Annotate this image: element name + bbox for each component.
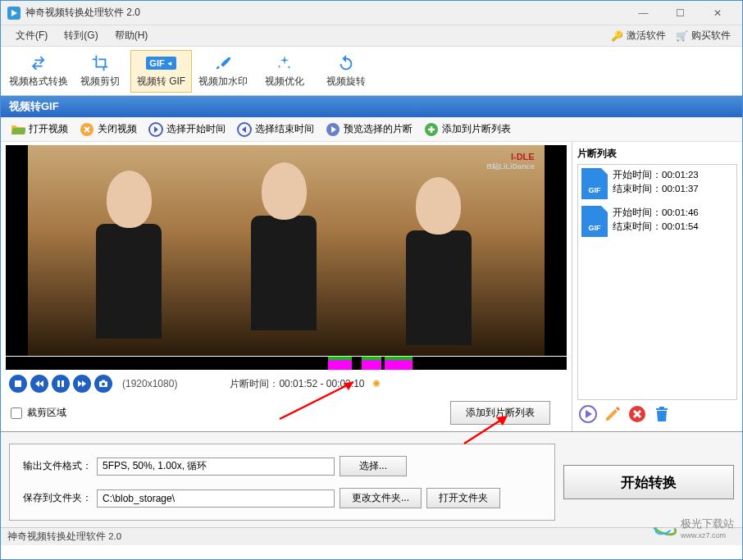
clip-item[interactable]: 开始时间：00:01:46 结束时间：00:01:54	[578, 203, 736, 240]
clip-info: 开始时间：00:01:23 结束时间：00:01:37	[613, 168, 699, 199]
convert-icon	[30, 53, 48, 73]
buy-link[interactable]: 🛒 购买软件	[671, 29, 736, 43]
brand-logo-icon	[651, 521, 677, 535]
clip-time: 片断时间：00:01:52 - 00:02:10 ✺	[230, 377, 380, 391]
action-label: 选择结束时间	[255, 122, 314, 136]
crop-icon	[91, 53, 109, 73]
menu-goto[interactable]: 转到(G)	[56, 26, 106, 45]
clip-list-title: 片断列表	[577, 145, 737, 164]
tool-label: 视频加水印	[198, 75, 248, 89]
gif-file-icon	[581, 168, 608, 199]
video-preview[interactable]: I-DLE B站LiLiDance	[6, 145, 567, 356]
key-icon: 🔑	[611, 30, 623, 42]
tool-cut[interactable]: 视频剪切	[69, 50, 130, 93]
action-label: 选择开始时间	[166, 122, 226, 136]
main-toolbar: 视频格式转换 视频剪切 GIF 视频转 GIF 视频加水印 视频优化 视频旋转	[1, 47, 742, 96]
action-open-video[interactable]: 打开视频	[6, 121, 73, 139]
forward-button[interactable]	[73, 375, 91, 393]
menu-help[interactable]: 帮助(H)	[107, 26, 157, 45]
resolution-label: (1920x1080)	[122, 378, 177, 389]
timeline[interactable]	[6, 357, 567, 370]
close-button[interactable]: ✕	[699, 2, 736, 25]
tool-watermark[interactable]: 视频加水印	[192, 50, 253, 93]
gear-icon[interactable]: ✺	[372, 378, 381, 389]
action-select-end[interactable]: 选择结束时间	[232, 121, 319, 139]
brand-name: 极光下载站	[681, 517, 734, 531]
action-add-clip[interactable]: 添加到片断列表	[419, 121, 516, 139]
tool-optimize[interactable]: 视频优化	[253, 50, 315, 93]
pause-button[interactable]	[52, 375, 70, 393]
tool-format-convert[interactable]: 视频格式转换	[7, 50, 69, 93]
format-input[interactable]	[97, 458, 335, 476]
minimize-button[interactable]: —	[625, 2, 662, 25]
tool-rotate[interactable]: 视频旋转	[315, 50, 376, 93]
window-controls: — ☐ ✕	[625, 2, 736, 25]
format-label: 输出文件格式：	[18, 459, 92, 473]
select-format-button[interactable]: 选择...	[340, 456, 407, 476]
action-bar: 打开视频 关闭视频 选择开始时间 选择结束时间 预览选择的片断 添加到片断列表	[1, 117, 742, 142]
cart-icon: 🛒	[676, 30, 688, 42]
activate-label: 激活软件	[627, 29, 666, 43]
main-area: I-DLE B站LiLiDance (1920x1080) 片断时间：00:01…	[1, 142, 742, 431]
crop-row: 裁剪区域 添加到片断列表	[6, 398, 567, 428]
convert-box: 开始转换	[563, 444, 734, 521]
sparkle-icon	[276, 53, 294, 73]
gif-file-icon	[581, 206, 608, 237]
action-label: 预览选择的片断	[344, 122, 413, 136]
svg-rect-6	[15, 380, 21, 387]
clip-list[interactable]: 开始时间：00:01:23 结束时间：00:01:37 开始时间：00:01:4…	[577, 164, 737, 400]
format-row: 输出文件格式： 选择...	[18, 456, 546, 476]
stop-button[interactable]	[9, 375, 27, 393]
clear-clips-button[interactable]	[653, 405, 671, 423]
maximize-button[interactable]: ☐	[662, 2, 699, 25]
video-panel: I-DLE B站LiLiDance (1920x1080) 片断时间：00:01…	[1, 142, 572, 431]
window-title: 神奇视频转换处理软件 2.0	[25, 6, 625, 20]
action-label: 关闭视频	[98, 122, 137, 136]
clip-info: 开始时间：00:01:46 结束时间：00:01:54	[613, 206, 699, 237]
folder-open-icon	[11, 122, 25, 137]
svg-marker-0	[11, 10, 17, 16]
action-label: 添加到片断列表	[442, 122, 511, 136]
open-folder-button[interactable]: 打开文件夹	[426, 488, 500, 508]
menu-file[interactable]: 文件(F)	[7, 26, 56, 45]
action-close-video[interactable]: 关闭视频	[75, 121, 142, 139]
marker-end-icon	[237, 122, 252, 137]
buy-label: 购买软件	[691, 29, 731, 43]
delete-clip-button[interactable]	[628, 405, 646, 423]
gif-icon: GIF	[146, 53, 175, 73]
crop-checkbox[interactable]	[11, 407, 22, 419]
edit-clip-button[interactable]	[604, 405, 622, 423]
rewind-button[interactable]	[30, 375, 48, 393]
crop-label: 裁剪区域	[27, 406, 66, 420]
svg-point-10	[102, 383, 105, 386]
menubar: 文件(F) 转到(G) 帮助(H) 🔑 激活软件 🛒 购买软件	[1, 25, 742, 47]
action-select-start[interactable]: 选择开始时间	[144, 121, 230, 139]
play-circle-icon	[326, 122, 340, 137]
clip-item[interactable]: 开始时间：00:01:23 结束时间：00:01:37	[578, 165, 736, 203]
start-convert-button[interactable]: 开始转换	[563, 465, 734, 499]
marker-start-icon	[148, 122, 163, 137]
activate-link[interactable]: 🔑 激活软件	[606, 29, 671, 43]
action-preview-clip[interactable]: 预览选择的片断	[321, 121, 417, 139]
statusbar: 神奇视频转换处理软件 2.0	[1, 527, 742, 545]
change-folder-button[interactable]: 更改文件夹...	[340, 488, 422, 508]
section-title: 视频转GIF	[9, 99, 59, 114]
footer-brand: 极光下载站 www.xz7.com	[651, 517, 734, 540]
snapshot-button[interactable]	[94, 375, 112, 393]
clip-list-actions	[577, 400, 737, 428]
video-watermark: I-DLE B站LiLiDance	[486, 152, 535, 171]
folder-label: 保存到文件夹：	[18, 491, 92, 505]
folder-row: 保存到文件夹： 更改文件夹... 打开文件夹	[18, 488, 546, 508]
tool-label: 视频旋转	[326, 75, 366, 89]
tool-gif[interactable]: GIF 视频转 GIF	[130, 50, 192, 93]
brush-icon	[214, 53, 232, 73]
add-to-clip-list-button[interactable]: 添加到片断列表	[450, 401, 550, 425]
playback-controls: (1920x1080) 片断时间：00:01:52 - 00:02:10 ✺	[6, 370, 567, 398]
action-label: 打开视频	[29, 122, 68, 136]
clip-list-panel: 片断列表 开始时间：00:01:23 结束时间：00:01:37 开始时间：00…	[572, 142, 742, 431]
folder-input[interactable]	[97, 489, 335, 508]
section-header: 视频转GIF	[1, 96, 742, 117]
play-clip-button[interactable]	[579, 405, 597, 423]
tool-label: 视频格式转换	[9, 75, 68, 89]
svg-rect-8	[62, 380, 64, 387]
